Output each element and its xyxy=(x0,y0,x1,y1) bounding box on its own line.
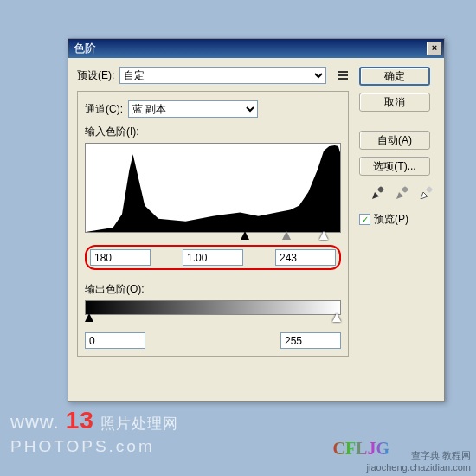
input-mid-field[interactable]: 1.00 xyxy=(183,249,243,266)
titlebar[interactable]: 色阶 × xyxy=(68,39,444,58)
levels-group: 通道(C): 蓝 副本 输入色阶(I): 180 xyxy=(77,91,349,357)
svg-rect-0 xyxy=(338,71,348,73)
channel-label: 通道(C): xyxy=(85,102,123,117)
preset-row: 预设(E): 自定 xyxy=(77,67,349,84)
channel-row: 通道(C): 蓝 副本 xyxy=(85,100,341,118)
black-eyedropper-icon[interactable] xyxy=(370,184,387,202)
svg-rect-2 xyxy=(338,78,348,80)
levels-dialog: 色阶 × 预设(E): 自定 通道(C): 蓝 副本 输 xyxy=(68,38,445,402)
out-shadow-slider[interactable] xyxy=(85,313,93,322)
highlight-slider[interactable] xyxy=(319,231,328,240)
cancel-button[interactable]: 取消 xyxy=(359,93,430,112)
left-panel: 预设(E): 自定 通道(C): 蓝 副本 输入色阶(I): xyxy=(77,67,349,357)
options-button[interactable]: 选项(T)... xyxy=(359,157,430,176)
right-panel: 确定 取消 自动(A) 选项(T)... ✓ 预览(P) xyxy=(359,67,435,357)
out-highlight-slider[interactable] xyxy=(332,313,341,322)
histogram xyxy=(85,143,341,233)
ok-button[interactable]: 确定 xyxy=(359,67,430,86)
footer-line1: 查字典 教程网 xyxy=(367,449,471,462)
input-levels-label: 输入色阶(I): xyxy=(85,125,139,138)
output-gradient xyxy=(85,300,341,315)
close-button[interactable]: × xyxy=(427,42,442,55)
svg-rect-5 xyxy=(426,186,433,193)
output-shadow-field[interactable]: 0 xyxy=(85,332,145,349)
auto-button[interactable]: 自动(A) xyxy=(359,131,430,150)
wm-num: 13 xyxy=(66,407,94,434)
watermark-left: www. 13 照片处理网 PHOTOPS.com xyxy=(10,407,178,457)
preset-menu-icon[interactable] xyxy=(337,69,349,81)
svg-rect-3 xyxy=(377,186,384,193)
preset-label: 预设(E): xyxy=(77,68,114,83)
dialog-title: 色阶 xyxy=(74,41,427,56)
svg-rect-4 xyxy=(402,186,408,193)
preview-row: ✓ 预览(P) xyxy=(359,212,435,227)
preset-select[interactable]: 自定 xyxy=(119,67,326,84)
preview-checkbox[interactable]: ✓ xyxy=(359,214,370,225)
footer-line2: jiaocheng.chazidian.com xyxy=(367,462,471,473)
wm-www: www. xyxy=(10,411,60,433)
svg-rect-1 xyxy=(338,74,348,76)
output-highlight-field[interactable]: 255 xyxy=(280,332,341,349)
footer: 查字典 教程网 jiaocheng.chazidian.com xyxy=(367,449,471,473)
output-slider[interactable] xyxy=(87,315,339,325)
wm-cn: 照片处理网 xyxy=(100,415,178,432)
input-slider[interactable] xyxy=(87,233,339,243)
output-levels-label: 输出色阶(O): xyxy=(85,282,341,297)
midtone-slider[interactable] xyxy=(282,231,291,240)
preview-label: 预览(P) xyxy=(374,212,408,227)
white-eyedropper-icon[interactable] xyxy=(418,184,435,202)
input-shadow-field[interactable]: 180 xyxy=(90,249,151,266)
eyedropper-row xyxy=(359,184,435,202)
input-highlight-field[interactable]: 243 xyxy=(275,249,336,266)
channel-select[interactable]: 蓝 副本 xyxy=(128,100,258,118)
gray-eyedropper-icon[interactable] xyxy=(394,184,411,202)
input-values-row: 180 1.00 243 xyxy=(85,245,341,270)
wm-domain: PHOTOPS.com xyxy=(10,437,155,455)
dialog-content: 预设(E): 自定 通道(C): 蓝 副本 输入色阶(I): xyxy=(68,58,444,365)
output-values-row: 0 255 xyxy=(85,332,341,349)
shadow-slider[interactable] xyxy=(241,231,249,240)
